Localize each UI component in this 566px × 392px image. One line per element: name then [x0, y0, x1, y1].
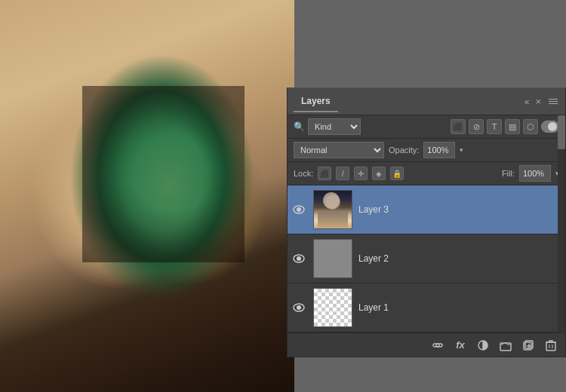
filter-row: 🔍 Kind Name Effect Mode Attribute Color …	[288, 115, 565, 139]
lock-all-btn[interactable]: 🔒	[390, 167, 404, 180]
svg-point-5	[297, 305, 301, 310]
delete-layer-btn[interactable]	[543, 337, 559, 354]
layer3-name: Layer 3	[358, 204, 559, 215]
fill-label: Fill:	[502, 169, 515, 178]
filter-pixel-icon[interactable]: ⬛	[451, 119, 466, 134]
layer-item-layer3[interactable]: Layer 3	[288, 185, 565, 234]
top-gray-area	[294, 0, 566, 87]
kind-select[interactable]: Kind Name Effect Mode Attribute Color	[308, 118, 361, 135]
panel-menu-btn[interactable]	[547, 96, 559, 108]
lock-row: Lock: ⬛ / ✛ ◈ 🔒 Fill: ▾	[288, 162, 565, 185]
scrollbar-track[interactable]	[558, 115, 565, 332]
layer2-visibility-btn[interactable]	[291, 250, 307, 267]
lock-draw-btn[interactable]: /	[336, 167, 349, 180]
adjustment-btn[interactable]	[475, 337, 491, 354]
blend-mode-select[interactable]: Normal Dissolve Multiply Screen Overlay	[294, 142, 384, 158]
eye-highlight-overlay	[118, 118, 221, 255]
layer3-visibility-btn[interactable]	[291, 201, 307, 218]
filter-toggle[interactable]	[541, 121, 559, 133]
new-layer-btn[interactable]	[520, 337, 537, 354]
scrollbar-thumb[interactable]	[558, 115, 565, 149]
panel-collapse-btn[interactable]: «	[524, 96, 530, 107]
opacity-arrow[interactable]: ▾	[460, 146, 463, 154]
lock-label: Lock:	[294, 169, 313, 178]
filter-adjust-icon[interactable]: ⊘	[469, 119, 484, 134]
canvas-area	[0, 0, 294, 392]
panel-close-btn[interactable]: ×	[535, 96, 541, 107]
photo-background	[0, 0, 294, 392]
filter-icons: ⬛ ⊘ T ▤ ⬡	[451, 119, 538, 134]
lock-artboard-btn[interactable]: ◈	[372, 167, 386, 180]
layer2-name: Layer 2	[358, 253, 559, 264]
layer1-visibility-btn[interactable]	[291, 299, 307, 316]
layers-panel: Layers « × 🔍 Kind Name Effect Mode Attri…	[287, 87, 566, 357]
svg-point-1	[297, 207, 301, 212]
svg-point-3	[297, 256, 301, 261]
layer-item-layer2[interactable]: Layer 2	[288, 234, 565, 283]
panel-header: Layers « ×	[288, 88, 565, 115]
filter-shape-icon[interactable]: ▤	[505, 119, 520, 134]
fx-btn[interactable]: fx	[452, 337, 469, 354]
search-icon: 🔍	[294, 121, 305, 132]
layer-item-layer1[interactable]: Layer 1	[288, 283, 565, 332]
lock-pixel-btn[interactable]: ⬛	[318, 167, 331, 180]
filter-text-icon[interactable]: T	[487, 119, 502, 134]
link-layers-btn[interactable]	[429, 337, 446, 354]
opacity-label: Opacity:	[389, 145, 419, 155]
layer1-name: Layer 1	[358, 302, 559, 313]
tab-layers[interactable]: Layers	[294, 91, 338, 112]
lock-move-btn[interactable]: ✛	[354, 167, 368, 180]
layer2-thumbnail	[313, 239, 352, 278]
new-group-btn[interactable]	[497, 337, 514, 354]
panel-tabs: Layers	[294, 91, 338, 112]
filter-smart-icon[interactable]: ⬡	[523, 119, 538, 134]
opacity-input[interactable]	[423, 142, 455, 158]
layer-toolbar: fx	[288, 332, 565, 357]
layer3-thumbnail	[313, 190, 352, 229]
svg-rect-10	[546, 342, 555, 351]
layer-list: Layer 3 Layer 2 Layer 1	[288, 185, 565, 332]
layer1-thumbnail	[313, 288, 352, 327]
blend-row: Normal Dissolve Multiply Screen Overlay …	[288, 139, 565, 162]
fill-input[interactable]	[519, 165, 551, 182]
